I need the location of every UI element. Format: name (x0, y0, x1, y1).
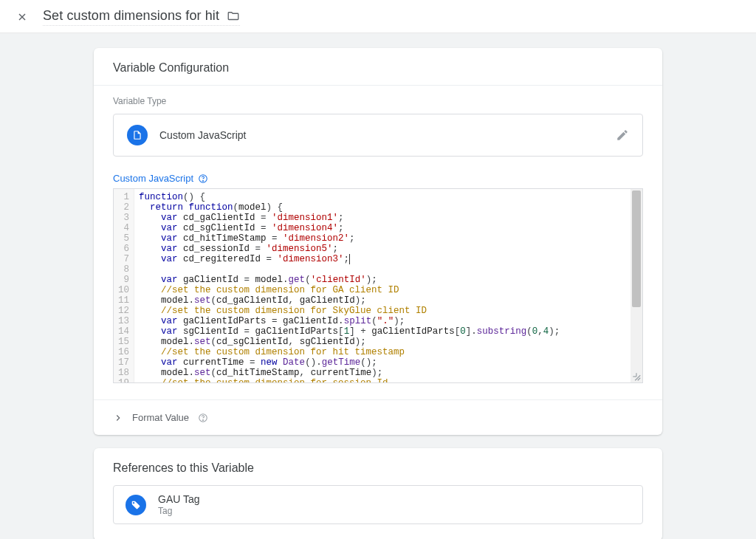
line-number-gutter: 1 2 3 4 5 6 7 8 9 10 11 12 13 14 15 16 1… (114, 189, 134, 382)
reference-name: GAU Tag (158, 493, 200, 506)
code-section-label: Custom JavaScript (113, 173, 193, 184)
code-editor[interactable]: 1 2 3 4 5 6 7 8 9 10 11 12 13 14 15 16 1… (113, 188, 643, 383)
pencil-icon (616, 128, 629, 142)
svg-point-3 (203, 180, 204, 181)
custom-javascript-icon (127, 125, 148, 145)
card-title: Variable Configuration (113, 61, 643, 75)
variable-type-label: Variable Type (113, 96, 643, 106)
references-title: References to this Variable (113, 461, 643, 475)
chevron-right-icon (113, 413, 123, 423)
code-section-header: Custom JavaScript (113, 173, 643, 184)
edit-button[interactable] (616, 128, 629, 142)
scrollbar-thumb[interactable] (632, 190, 641, 307)
tag-icon (126, 495, 146, 515)
page-title: Set custom dimensions for hit (43, 8, 219, 24)
close-button[interactable] (15, 10, 30, 24)
format-value-label: Format Value (132, 412, 189, 423)
resize-icon (631, 371, 642, 382)
format-value-help[interactable] (198, 413, 208, 423)
format-value-toggle[interactable]: Format Value (94, 399, 662, 426)
code-content[interactable]: function() { return function(model) { va… (134, 189, 642, 382)
scrollbar-track[interactable] (630, 189, 642, 382)
variable-configuration-card: Variable Configuration Variable Type Cus… (94, 48, 662, 435)
reference-item[interactable]: GAU Tag Tag (113, 485, 643, 524)
reference-text: GAU Tag Tag (158, 493, 200, 516)
reference-type: Tag (158, 506, 200, 516)
help-icon (198, 413, 208, 423)
close-icon (16, 11, 28, 23)
folder-icon[interactable] (227, 10, 240, 23)
main-content: Variable Configuration Variable Type Cus… (0, 33, 756, 539)
variable-type-name: Custom JavaScript (159, 129, 604, 141)
title-container[interactable]: Set custom dimensions for hit (43, 8, 240, 26)
references-card: References to this Variable GAU Tag Tag (94, 448, 662, 539)
dialog-header: Set custom dimensions for hit (0, 0, 756, 33)
divider (94, 85, 662, 86)
svg-point-9 (203, 419, 204, 420)
resize-handle[interactable] (631, 371, 642, 382)
variable-type-selector[interactable]: Custom JavaScript (113, 114, 643, 157)
help-button[interactable] (198, 174, 208, 184)
help-icon (198, 174, 208, 184)
